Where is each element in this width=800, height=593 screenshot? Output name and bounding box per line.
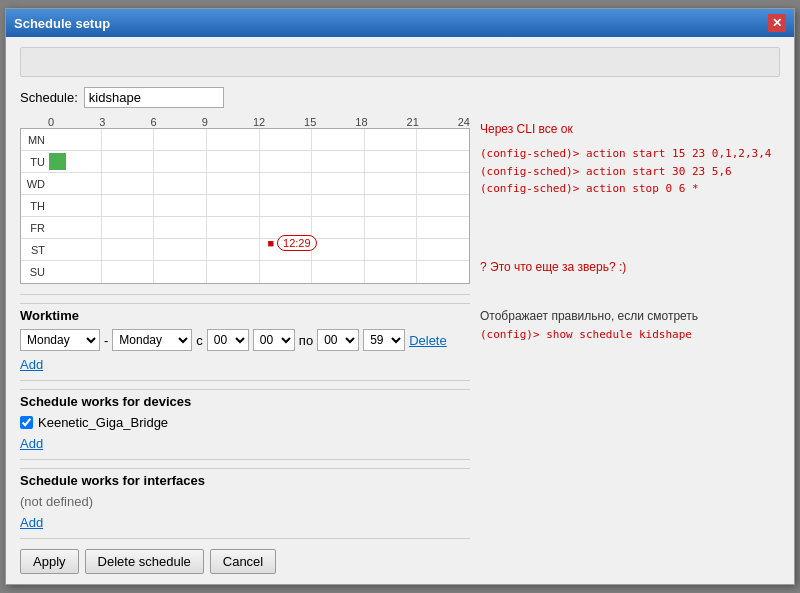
apply-button[interactable]: Apply xyxy=(20,549,79,574)
top-bar xyxy=(20,47,780,77)
right-cli3: (config-sched)> action stop 0 6 * xyxy=(480,180,780,198)
device-checkbox[interactable] xyxy=(20,416,33,429)
footer-buttons: Apply Delete schedule Cancel xyxy=(20,549,470,574)
calendar-area: 0 3 6 9 12 15 18 21 24 MN xyxy=(20,116,470,284)
device-checkbox-row: Keenetic_Giga_Bridge xyxy=(20,415,470,430)
cal-cells-mn xyxy=(49,129,469,150)
worktime-po-label: по xyxy=(299,333,313,348)
right-panel: Через CLI все ок (config-sched)> action … xyxy=(480,116,780,574)
worktime-delete-link[interactable]: Delete xyxy=(409,333,447,348)
time-marker-dot-icon: ■ xyxy=(267,237,274,249)
cal-grid: MN xyxy=(20,128,470,284)
worktime-to-h-select[interactable]: 000106121823 xyxy=(317,329,359,351)
cal-num-0: 0 xyxy=(48,116,99,128)
dialog-body: Schedule: 0 3 6 9 12 15 18 xyxy=(6,37,794,584)
right-comment2: Отображает правильно, если смотреть xyxy=(480,307,780,326)
dialog-titlebar: Schedule setup ✕ xyxy=(6,9,794,37)
cal-num-12: 12 xyxy=(253,116,304,128)
cal-cells-su xyxy=(49,261,469,283)
cal-day-st: ST xyxy=(21,244,49,256)
cal-numbers-row: 0 3 6 9 12 15 18 21 24 xyxy=(48,116,470,128)
cal-num-18: 18 xyxy=(355,116,406,128)
right-cli4: (config)> show schedule kidshape xyxy=(480,326,780,344)
cal-day-mn: MN xyxy=(21,134,49,146)
interfaces-section-title: Schedule works for interfaces xyxy=(20,468,470,488)
cal-row-wd: WD xyxy=(21,173,469,195)
cal-cells-st: ■ 12:29 xyxy=(49,239,469,260)
schedule-setup-dialog: Schedule setup ✕ Schedule: 0 3 6 9 xyxy=(5,8,795,585)
cal-num-21: 21 xyxy=(407,116,458,128)
cal-num-3: 3 xyxy=(99,116,150,128)
dialog-title: Schedule setup xyxy=(14,16,110,31)
right-arrow-comment: ? Это что еще за зверь? :) xyxy=(480,258,780,277)
worktime-dash: - xyxy=(104,333,108,348)
time-marker-label: 12:29 xyxy=(277,235,317,251)
cal-row-tu: TU xyxy=(21,151,469,173)
cal-row-mn: MN xyxy=(21,129,469,151)
delete-schedule-button[interactable]: Delete schedule xyxy=(85,549,204,574)
worktime-add-link[interactable]: Add xyxy=(20,357,43,372)
device-name: Keenetic_Giga_Bridge xyxy=(38,415,168,430)
cal-block-green-tu xyxy=(49,153,66,170)
cal-num-15: 15 xyxy=(304,116,355,128)
worktime-section-title: Worktime xyxy=(20,303,470,323)
worktime-to-day-select[interactable]: Monday Tuesday Wednesday Thursday Friday… xyxy=(112,329,192,351)
cal-row-fr: FR xyxy=(21,217,469,239)
right-comment1: Через CLI все ок xyxy=(480,120,780,139)
schedule-label: Schedule: xyxy=(20,90,78,105)
right-cli2: (config-sched)> action start 30 23 5,6 xyxy=(480,163,780,181)
cal-day-th: TH xyxy=(21,200,49,212)
right-cli1: (config-sched)> action start 15 23 0,1,2… xyxy=(480,145,780,163)
cal-day-tu: TU xyxy=(21,156,49,168)
worktime-c-label: с xyxy=(196,333,203,348)
cal-row-th: TH xyxy=(21,195,469,217)
interfaces-add-link[interactable]: Add xyxy=(20,515,43,530)
cal-row-st: ST xyxy=(21,239,469,261)
cal-day-fr: FR xyxy=(21,222,49,234)
schedule-name-row: Schedule: xyxy=(20,87,780,108)
cal-cells-th xyxy=(49,195,469,216)
worktime-from-m-select[interactable]: 0015304559 xyxy=(253,329,295,351)
cancel-button[interactable]: Cancel xyxy=(210,549,276,574)
cal-num-24: 24 xyxy=(458,116,470,128)
devices-add-link[interactable]: Add xyxy=(20,436,43,451)
cal-day-su: SU xyxy=(21,266,49,278)
cal-row-su: SU xyxy=(21,261,469,283)
worktime-to-m-select[interactable]: 5900153045 xyxy=(363,329,405,351)
cal-day-wd: WD xyxy=(21,178,49,190)
time-marker: ■ 12:29 xyxy=(267,235,316,251)
left-panel: 0 3 6 9 12 15 18 21 24 MN xyxy=(20,116,470,574)
close-button[interactable]: ✕ xyxy=(768,14,786,32)
schedule-name-input[interactable] xyxy=(84,87,224,108)
right-arrow-label: ? Это что еще за зверь? :) xyxy=(480,260,626,274)
cal-cells-wd xyxy=(49,173,469,194)
worktime-row: Monday Tuesday Wednesday Thursday Friday… xyxy=(20,329,470,351)
right-comment2-container: Отображает правильно, если смотреть (con… xyxy=(480,307,780,344)
interfaces-not-defined: (not defined) xyxy=(20,494,470,509)
cal-num-9: 9 xyxy=(202,116,253,128)
cal-cells-tu xyxy=(49,151,469,172)
worktime-from-h-select[interactable]: 000106121823 xyxy=(207,329,249,351)
worktime-from-day-select[interactable]: Monday Tuesday Wednesday Thursday Friday… xyxy=(20,329,100,351)
main-content: 0 3 6 9 12 15 18 21 24 MN xyxy=(20,116,780,574)
devices-section-title: Schedule works for devices xyxy=(20,389,470,409)
cal-cells-fr xyxy=(49,217,469,238)
cal-num-6: 6 xyxy=(150,116,201,128)
